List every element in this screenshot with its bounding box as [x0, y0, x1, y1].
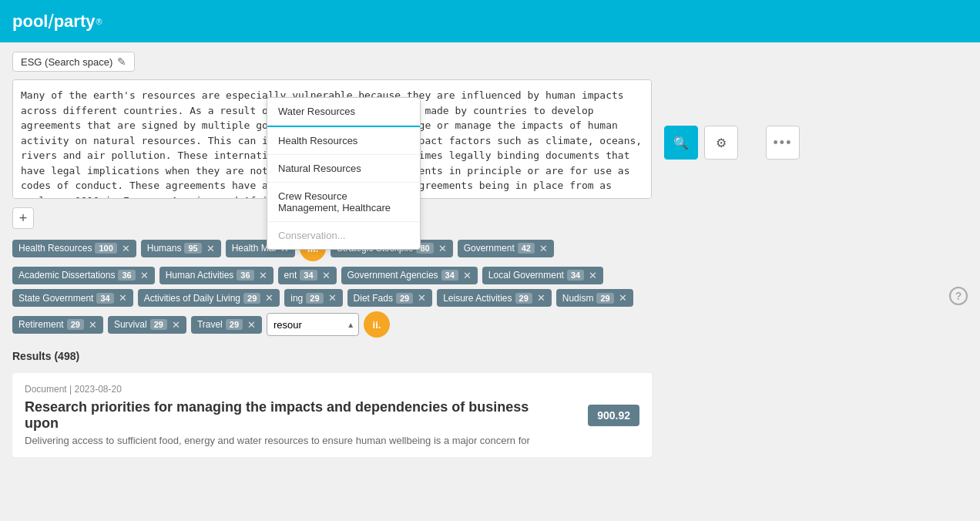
search-icon: 🔍: [673, 136, 689, 150]
dropdown-item-water-resources[interactable]: Water Resources: [267, 98, 420, 126]
tags-row-4: Retirement 29 ✕ Survival 29 ✕ Travel 29 …: [12, 311, 968, 338]
tags-row-1: Health Resources 100 ✕ Humans 95 ✕ Healt…: [12, 235, 968, 261]
tag-ing[interactable]: ing 29 ✕: [284, 289, 342, 307]
tag-state-government[interactable]: State Government 34 ✕: [12, 289, 133, 307]
tag-government-close[interactable]: ✕: [539, 243, 548, 254]
search-space-label: ESG (Search space): [21, 56, 112, 68]
right-toolbar: 🔍 ⚙ •••: [664, 126, 800, 160]
add-button[interactable]: +: [12, 207, 34, 229]
tag-local-government-close[interactable]: ✕: [589, 270, 597, 281]
gear-icon: ⚙: [716, 136, 727, 150]
dropdown-item-health-resources[interactable]: Health Resources: [267, 127, 420, 155]
logo: pool / party ®: [12, 12, 102, 32]
dropdown-menu: Water Resources Health Resources Natural…: [267, 97, 421, 250]
tag-local-government[interactable]: Local Government 34 ✕: [482, 267, 603, 284]
settings-button[interactable]: ⚙: [704, 126, 738, 160]
tag-nudism[interactable]: Nudism 29 ✕: [556, 289, 633, 307]
tag-academic-dissertations[interactable]: Academic Dissertations 36 ✕: [12, 267, 155, 284]
tag-retirement-close[interactable]: ✕: [89, 319, 97, 331]
tag-travel-close[interactable]: ✕: [247, 319, 256, 331]
doc-card: Document | 2023-08-20 Research prioritie…: [12, 373, 652, 457]
tag-activities-daily-living-close[interactable]: ✕: [265, 292, 274, 304]
dropdown-item-natural-resources[interactable]: Natural Resources: [267, 155, 420, 183]
more-button[interactable]: •••: [766, 126, 800, 160]
tags-row-2: Academic Dissertations 36 ✕ Human Activi…: [12, 266, 968, 284]
tag-human-activities-close[interactable]: ✕: [259, 270, 267, 281]
tag-strategic-stockpile-close[interactable]: ✕: [438, 243, 447, 254]
circle-badge-ii: ii.: [364, 311, 390, 338]
header: pool / party ®: [0, 0, 980, 42]
dropdown-item-crew-resource[interactable]: Crew Resource Management, Healthcare: [267, 183, 420, 222]
dropdown-item-conservation[interactable]: Conservation...: [267, 222, 420, 249]
tag-human-activities[interactable]: Human Activities 36 ✕: [159, 267, 274, 284]
tags-area: Health Resources 100 ✕ Humans 95 ✕ Healt…: [12, 235, 968, 338]
tag-travel[interactable]: Travel 29 ✕: [191, 316, 262, 334]
tag-diet-fads-close[interactable]: ✕: [418, 292, 426, 304]
tag-diet-fads[interactable]: Diet Fads 29 ✕: [347, 289, 433, 307]
tag-health-resources-close[interactable]: ✕: [122, 243, 130, 254]
tag-ent-close[interactable]: ✕: [322, 270, 331, 281]
edit-icon[interactable]: ✎: [117, 55, 126, 68]
tag-activities-daily-living[interactable]: Activities of Daily Living 29 ✕: [138, 289, 280, 307]
tag-government-agencies-close[interactable]: ✕: [463, 270, 472, 281]
results-section: Results (498) Document | 2023-08-20 Rese…: [12, 350, 652, 457]
tag-state-government-close[interactable]: ✕: [119, 292, 127, 304]
tag-leisure-activities-close[interactable]: ✕: [537, 292, 545, 304]
help-icon: ?: [608, 266, 626, 284]
doc-score: 900.92: [588, 405, 639, 426]
tag-survival-close[interactable]: ✕: [172, 319, 180, 331]
main-content: ESG (Search space) ✎ Many of the earth's…: [0, 42, 980, 466]
tag-survival[interactable]: Survival 29 ✕: [108, 316, 186, 334]
tag-leisure-activities[interactable]: Leisure Activities 29 ✕: [437, 289, 552, 307]
dropdown-container: Water Resources Health Resources Natural…: [267, 313, 359, 336]
tag-academic-dissertations-close[interactable]: ✕: [140, 270, 149, 281]
tag-ing-close[interactable]: ✕: [328, 292, 337, 304]
tag-government-agencies[interactable]: Government Agencies 34 ✕: [341, 267, 478, 284]
doc-type: Document: [25, 384, 67, 395]
tag-humans-close[interactable]: ✕: [206, 243, 215, 254]
results-count: Results (498): [12, 350, 652, 362]
tag-retirement[interactable]: Retirement 29 ✕: [12, 316, 103, 334]
tag-ent[interactable]: ent 34 ✕: [278, 267, 337, 284]
search-space-badge[interactable]: ESG (Search space) ✎: [12, 52, 135, 72]
tag-nudism-close[interactable]: ✕: [619, 292, 627, 304]
tags-row-3: State Government 34 ✕ Activities of Dail…: [12, 289, 968, 307]
tag-health-resources[interactable]: Health Resources 100 ✕: [12, 240, 136, 257]
dropdown-search-input[interactable]: [267, 313, 359, 336]
doc-meta: Document | 2023-08-20: [25, 384, 639, 395]
doc-date: 2023-08-20: [75, 384, 122, 395]
search-button[interactable]: 🔍: [664, 126, 698, 160]
more-icon: •••: [774, 135, 793, 151]
tag-government[interactable]: Government 42 ✕: [458, 240, 554, 257]
doc-title: Research priorities for managing the imp…: [25, 399, 549, 432]
doc-description: Delivering access to sufficient food, en…: [25, 435, 639, 446]
tag-humans[interactable]: Humans 95 ✕: [141, 240, 221, 257]
